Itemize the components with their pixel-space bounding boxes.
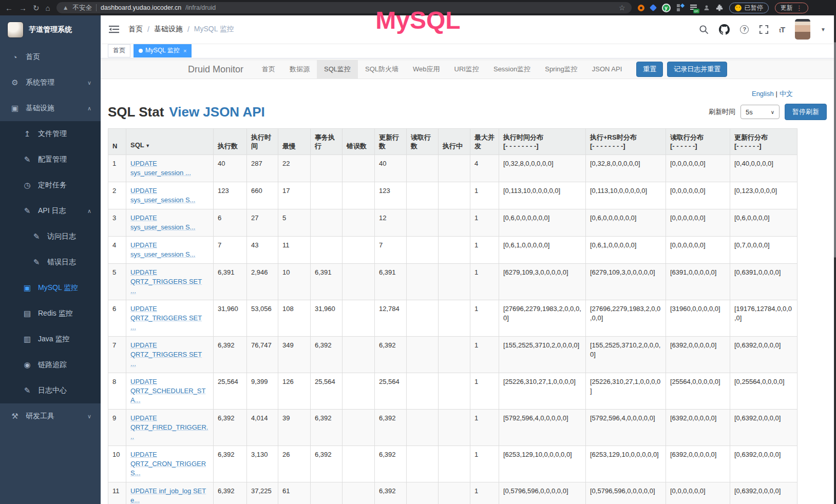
tag-home[interactable]: 首页 (108, 44, 130, 57)
extension-ring-icon[interactable] (638, 5, 644, 11)
tag-mysql[interactable]: MySQL 监控× (134, 44, 192, 57)
navbar-actions: ? tT ▼ (699, 19, 826, 40)
home-icon[interactable]: ⌂ (46, 4, 50, 12)
cell-running (439, 410, 470, 446)
sql-link[interactable]: UPDATE sys_user_session ... (130, 160, 191, 177)
cell-n: 2 (108, 182, 126, 209)
refresh-interval-select[interactable]: 5s ∨ (740, 105, 780, 119)
cell-read-dist: [0,0,0,0,0,0] (666, 182, 730, 209)
sql-link[interactable]: UPDATE QRTZ_CRON_TRIGGERS... (130, 451, 206, 477)
sidebar-item-mysql[interactable]: ▣MySQL 监控 (0, 275, 101, 301)
cell-running (439, 337, 470, 373)
breadcrumb-item[interactable]: 首页 (128, 25, 143, 34)
sidebar-toggle-icon[interactable] (109, 25, 119, 33)
sql-link[interactable]: UPDATE sys_user_session S... (130, 187, 195, 204)
lang-english-link[interactable]: English (752, 90, 774, 98)
view-json-api-link[interactable]: View JSON API (169, 104, 264, 120)
font-size-icon[interactable]: tT (779, 25, 785, 34)
table-row: 1UPDATE sys_user_session ...4028722404[0… (108, 155, 797, 182)
sidebar-item-redis[interactable]: ▤Redis 监控 (0, 301, 101, 326)
pause-refresh-button[interactable]: 暂停刷新 (785, 104, 827, 120)
browser-menu-icon[interactable]: ⋮ (796, 4, 803, 12)
sidebar-item-infra[interactable]: ▣基础设施∧ (0, 95, 101, 121)
update-chip[interactable]: 更新 ⋮ (775, 3, 808, 13)
github-icon[interactable] (719, 24, 730, 35)
sql-link[interactable]: UPDATE sys_user_session S... (130, 241, 195, 258)
search-icon[interactable] (699, 25, 709, 34)
cell-n: 11 (108, 482, 126, 504)
sidebar-item-log-center[interactable]: ✎日志中心 (0, 378, 101, 403)
cell-tx-exec: 25,564 (311, 373, 343, 410)
cell-time-dist: [0,5796,596,0,0,0,0,0] (499, 482, 586, 504)
sql-link[interactable]: UPDATE inf_job_log SET e... (130, 487, 206, 504)
sql-link[interactable]: UPDATE QRTZ_FIRED_TRIGGER... (130, 414, 208, 440)
extension-list-icon[interactable]: on (690, 4, 697, 11)
extension-y-icon[interactable]: y (662, 4, 671, 12)
druid-tabs: 首页数据源SQL监控SQL防火墙Web应用URI监控Session监控Sprin… (255, 60, 629, 79)
sidebar-item-system[interactable]: ⚙系统管理∨ (0, 70, 101, 95)
extension-person-icon[interactable] (704, 5, 710, 11)
druid-tab-4[interactable]: SQL防火墙 (358, 60, 406, 79)
scrollbar-thumb[interactable] (834, 42, 836, 258)
fullscreen-icon[interactable] (759, 25, 769, 34)
cell-tx-exec (311, 482, 343, 504)
address-bar[interactable]: ▲ 不安全 dashboard.yudao.iocoder.cn /infra/… (56, 2, 632, 13)
page-scrollbar[interactable] (834, 15, 836, 504)
sidebar-item-tracer[interactable]: ◉链路追踪 (0, 352, 101, 378)
extension-blocks-icon[interactable] (677, 4, 684, 11)
help-icon[interactable]: ? (740, 25, 749, 34)
monitor-icon: ▣ (23, 283, 32, 293)
sidebar-item-config[interactable]: ✎配置管理 (0, 147, 101, 172)
sidebar-item-file[interactable]: ↥文件管理 (0, 121, 101, 147)
druid-tab-5[interactable]: Web应用 (406, 60, 447, 79)
cell-time-dist: [27696,2279,1983,2,0,0,0,0] (499, 300, 586, 337)
user-caret-icon[interactable]: ▼ (821, 27, 826, 32)
sql-link[interactable]: UPDATE QRTZ_TRIGGERS SET ... (130, 268, 202, 295)
extensions-puzzle-icon[interactable] (716, 4, 723, 11)
bookmark-star-icon[interactable]: ☆ (619, 4, 625, 12)
back-icon[interactable]: ← (5, 4, 13, 12)
druid-tab-3[interactable]: SQL监控 (317, 60, 358, 79)
extension-on-badge: on (693, 9, 699, 13)
lang-chinese-link[interactable]: 中文 (780, 90, 793, 98)
sidebar-item-access-log[interactable]: ✎访问日志 (0, 224, 101, 249)
druid-tab-8[interactable]: Spring监控 (538, 60, 585, 79)
cell-exec-time: 37,225 (247, 482, 278, 504)
druid-tab-9[interactable]: JSON API (585, 60, 630, 79)
sidebar-item-error-log[interactable]: ✎错误日志 (0, 249, 101, 275)
forward-icon[interactable]: → (19, 4, 27, 12)
table-row: 10UPDATE QRTZ_CRON_TRIGGERS...6,3923,130… (108, 446, 797, 482)
druid-brand[interactable]: Druid Monitor (188, 64, 243, 75)
user-avatar[interactable] (795, 19, 810, 40)
breadcrumb-item[interactable]: 基础设施 (154, 25, 183, 34)
sidebar-item-home[interactable]: ◔首页 (0, 44, 101, 70)
sort-desc-icon[interactable]: ▼ (144, 143, 150, 148)
cell-max-concurrent: 1 (470, 337, 499, 373)
breadcrumb-item: MySQL 监控 (194, 25, 234, 34)
extension-gem-icon[interactable] (650, 4, 657, 11)
reset-button[interactable]: 重置 (636, 62, 663, 77)
sql-link[interactable]: UPDATE QRTZ_TRIGGERS SET ... (130, 341, 202, 367)
druid-tab-7[interactable]: Session监控 (486, 60, 538, 79)
sql-link[interactable]: UPDATE QRTZ_SCHEDULER_STA... (130, 378, 205, 404)
cell-sql: UPDATE QRTZ_TRIGGERS SET ... (126, 300, 214, 337)
cell-tx-exec (311, 237, 343, 264)
paused-chip[interactable]: 已暂停 (729, 3, 769, 13)
druid-tab-6[interactable]: URI监控 (447, 60, 486, 79)
sql-link[interactable]: UPDATE sys_user_session S... (130, 214, 195, 231)
refresh-interval-value: 5s (746, 108, 753, 116)
reload-icon[interactable]: ↻ (33, 4, 40, 12)
druid-tab-2[interactable]: 数据源 (282, 60, 317, 79)
sql-table-wrapper: NSQL ▼执行数执行时间最慢事务执行错误数更新行数读取行数执行中最大并发执行时… (108, 128, 827, 504)
tag-close-icon[interactable]: × (183, 48, 186, 54)
eye-icon: ◉ (23, 360, 32, 370)
sidebar-item-api-log[interactable]: ✎API 日志∧ (0, 198, 101, 224)
druid-tab-1[interactable]: 首页 (255, 60, 282, 79)
cell-sql: UPDATE QRTZ_FIRED_TRIGGER... (126, 410, 214, 446)
sql-link[interactable]: UPDATE QRTZ_TRIGGERS SET ... (130, 305, 202, 331)
sidebar-item-dev-tools[interactable]: ⚒研发工具∨ (0, 403, 101, 429)
sidebar-logo[interactable]: 芋道管理系统 (0, 15, 101, 44)
log-and-reset-button[interactable]: 记录日志并重置 (667, 62, 727, 77)
sidebar-item-java[interactable]: ▥Java 监控 (0, 326, 101, 352)
sidebar-item-job[interactable]: ◷定时任务 (0, 172, 101, 198)
